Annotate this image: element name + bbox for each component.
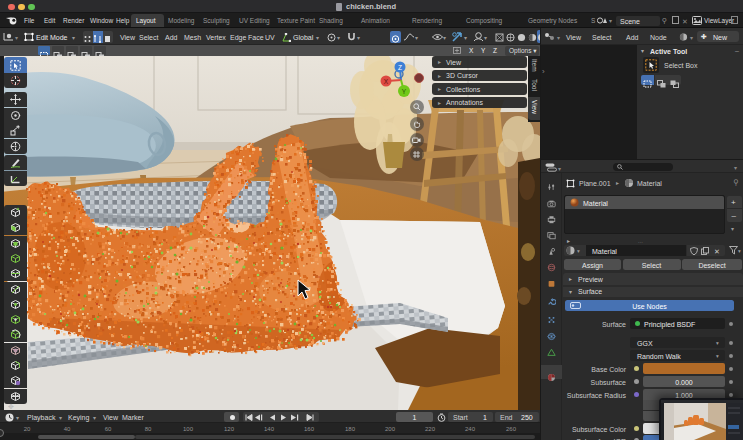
- svg-text:X: X: [384, 78, 389, 85]
- svg-text:Y: Y: [402, 88, 407, 95]
- svg-text:Z: Z: [398, 64, 402, 71]
